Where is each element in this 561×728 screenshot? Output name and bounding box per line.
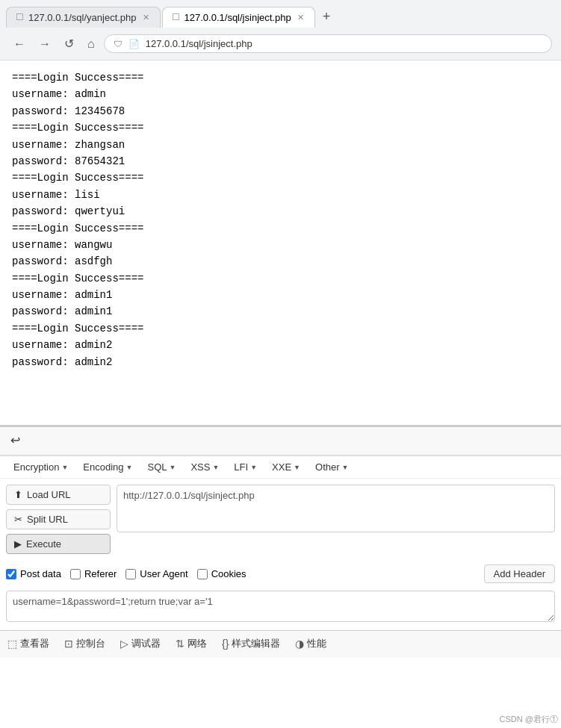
browser-tab-1[interactable]: ☐ 127.0.0.1/sql/yanject.php ✕ — [6, 7, 161, 28]
hackbar-menu-xss[interactable]: XSS▼ — [183, 459, 226, 475]
content-line: password: 87654321 — [12, 153, 549, 169]
performance-label: 性能 — [307, 637, 326, 650]
hackbar-data-area — [6, 591, 555, 624]
hackbar-data-input[interactable] — [6, 591, 555, 622]
encoding-label: Encoding — [83, 461, 123, 473]
content-line: username: lisi — [12, 187, 549, 203]
forward-button[interactable]: → — [34, 34, 55, 54]
cookies-checkbox[interactable] — [197, 569, 208, 579]
split-url-button[interactable]: ✂ Split URL — [6, 509, 111, 529]
content-line: ====Login Success==== — [12, 69, 549, 86]
other-label: Other — [315, 461, 340, 473]
content-line: ====Login Success==== — [12, 119, 549, 136]
content-line: username: admin1 — [12, 287, 549, 303]
devtools-tab-console[interactable]: ⊡控制台 — [57, 631, 113, 658]
tab-bar: ☐ 127.0.0.1/sql/yanject.php ✕ ☐ 127.0.0.… — [0, 0, 561, 28]
split-url-label: Split URL — [27, 514, 68, 525]
hackbar-menu-other[interactable]: Other▼ — [308, 459, 356, 475]
load-url-button[interactable]: ⬆ Load URL — [6, 485, 111, 505]
sql-label: SQL — [147, 461, 167, 473]
devtools-tab-style-editor[interactable]: {}样式编辑器 — [214, 631, 288, 658]
devtools-toolbar: ↩ — [0, 426, 561, 455]
browser-chrome: ☐ 127.0.0.1/sql/yanject.php ✕ ☐ 127.0.0.… — [0, 0, 561, 60]
hackbar-menu: Encryption▼Encoding▼SQL▼XSS▼LFI▼XXE▼Othe… — [0, 456, 561, 479]
post-data-checkbox[interactable] — [6, 569, 16, 579]
hackbar-icon: ↩ — [10, 433, 20, 447]
content-line: ====Login Success==== — [12, 169, 549, 186]
cookies-label: Cookies — [211, 568, 247, 579]
xss-dropdown-arrow: ▼ — [212, 464, 219, 471]
execute-button[interactable]: ▶ Execute — [6, 534, 111, 554]
referer-checkbox[interactable] — [70, 569, 81, 579]
back-button[interactable]: ← — [9, 34, 30, 54]
tab-1-icon: ☐ — [16, 12, 24, 22]
network-label: 网络 — [187, 637, 207, 650]
reload-button[interactable]: ↺ — [60, 34, 78, 54]
cookies-checkbox-label[interactable]: Cookies — [197, 568, 247, 579]
content-line: password: qwertyui — [12, 203, 549, 220]
tab-1-title: 127.0.0.1/sql/yanject.php — [28, 12, 137, 23]
devtools-tabs-row: ⬚查看器⊡控制台▷调试器⇅网络{}样式编辑器◑性能 — [0, 630, 561, 658]
inspector-label: 查看器 — [20, 637, 49, 650]
hackbar-action-buttons: ⬆ Load URL ✂ Split URL ▶ Execute — [6, 485, 111, 554]
add-header-button[interactable]: Add Header — [484, 564, 555, 583]
content-line: ====Login Success==== — [12, 320, 549, 337]
hackbar-menu-lfi[interactable]: LFI▼ — [226, 459, 264, 475]
devtools-tab-performance[interactable]: ◑性能 — [288, 631, 334, 658]
console-icon: ⊡ — [64, 638, 73, 650]
devtools-tab-debugger[interactable]: ▷调试器 — [113, 631, 168, 658]
referer-label: Referer — [84, 568, 117, 579]
xxe-label: XXE — [272, 461, 291, 473]
devtools-tab-inspector[interactable]: ⬚查看器 — [0, 631, 57, 658]
network-icon: ⇅ — [176, 638, 185, 650]
user-agent-checkbox[interactable] — [125, 569, 136, 579]
tab-2-title: 127.0.0.1/sql/jsinject.php — [185, 12, 291, 23]
load-url-label: Load URL — [27, 489, 71, 500]
content-line: password: admin2 — [12, 354, 549, 370]
hackbar-menu-encoding[interactable]: Encoding▼ — [75, 459, 140, 475]
address-bar[interactable]: 🛡 📄 127.0.0.1/sql/jsinject.php — [104, 34, 552, 53]
address-text: 127.0.0.1/sql/jsinject.php — [146, 38, 252, 49]
load-url-icon: ⬆ — [14, 489, 22, 500]
hackbar-url-area — [117, 485, 555, 554]
content-line: password: admin1 — [12, 303, 549, 320]
home-button[interactable]: ⌂ — [83, 34, 99, 54]
lfi-dropdown-arrow: ▼ — [250, 464, 257, 471]
post-data-label: Post data — [20, 568, 61, 579]
devtools-tab-hackbar[interactable]: ↩ — [3, 427, 28, 455]
content-line: username: wangwu — [12, 237, 549, 253]
encryption-label: Encryption — [13, 461, 59, 473]
tab-1-close[interactable]: ✕ — [141, 13, 151, 22]
user-agent-checkbox-label[interactable]: User Agent — [125, 568, 187, 579]
content-line: username: admin2 — [12, 337, 549, 353]
tab-2-icon: ☐ — [172, 12, 180, 22]
page-content: ====Login Success====username: adminpass… — [0, 60, 561, 426]
post-data-checkbox-label[interactable]: Post data — [6, 568, 61, 579]
xss-label: XSS — [190, 461, 210, 473]
hackbar-menu-encryption[interactable]: Encryption▼ — [6, 459, 75, 475]
content-line: username: zhangsan — [12, 137, 549, 153]
hackbar-menu-xxe[interactable]: XXE▼ — [264, 459, 308, 475]
encoding-dropdown-arrow: ▼ — [126, 464, 133, 471]
content-line: ====Login Success==== — [12, 220, 549, 237]
user-agent-label: User Agent — [140, 568, 187, 579]
devtools-tab-network[interactable]: ⇅网络 — [168, 631, 214, 658]
sql-dropdown-arrow: ▼ — [170, 464, 176, 471]
inspector-icon: ⬚ — [7, 638, 17, 650]
debugger-label: 调试器 — [131, 637, 161, 650]
encryption-dropdown-arrow: ▼ — [61, 464, 68, 471]
content-line: ====Login Success==== — [12, 270, 549, 287]
execute-label: Execute — [26, 538, 61, 550]
hackbar-url-input[interactable] — [117, 485, 555, 532]
tab-2-close[interactable]: ✕ — [296, 13, 306, 22]
style-editor-label: 样式编辑器 — [232, 637, 280, 650]
execute-icon: ▶ — [14, 538, 22, 550]
xxe-dropdown-arrow: ▼ — [294, 464, 300, 471]
content-line: password: 12345678 — [12, 103, 549, 119]
new-tab-button[interactable]: + — [317, 6, 337, 28]
hackbar: Encryption▼Encoding▼SQL▼XSS▼LFI▼XXE▼Othe… — [0, 455, 561, 624]
content-line: username: admin — [12, 86, 549, 102]
browser-tab-2[interactable]: ☐ 127.0.0.1/sql/jsinject.php ✕ — [162, 7, 315, 28]
hackbar-menu-sql[interactable]: SQL▼ — [140, 459, 183, 475]
referer-checkbox-label[interactable]: Referer — [70, 568, 117, 579]
